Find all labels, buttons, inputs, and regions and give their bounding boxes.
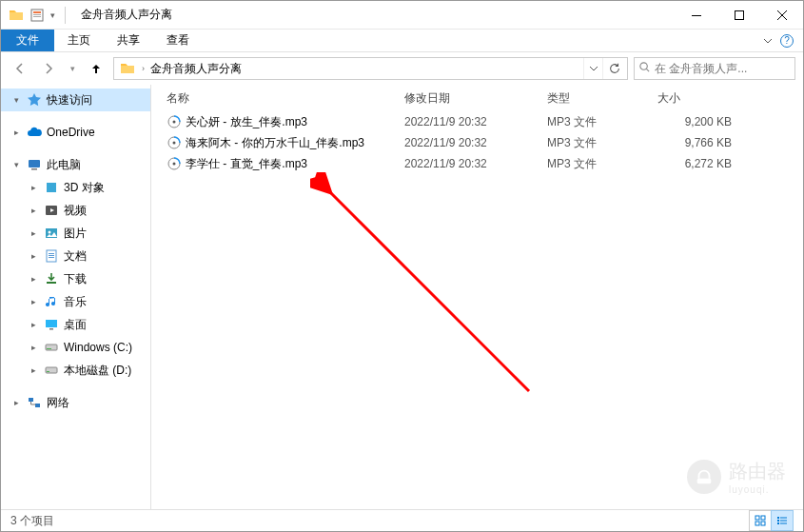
- file-row[interactable]: 海来阿木 - 你的万水千山_伴奏.mp32022/11/9 20:32MP3 文…: [151, 132, 803, 153]
- body: ▾ 快速访问 ▸ OneDrive ▾ 此电脑 ▸3D 对象▸视频▸图片▸文档▸…: [1, 85, 803, 509]
- tree-pc-item[interactable]: ▸Windows (C:): [1, 336, 150, 359]
- recent-dropdown[interactable]: ▾: [66, 57, 79, 80]
- star-icon: [26, 91, 43, 108]
- svg-rect-18: [46, 320, 57, 327]
- item-icon: [43, 179, 60, 196]
- item-icon: [43, 247, 60, 265]
- svg-rect-19: [49, 328, 53, 330]
- tree-network[interactable]: ▸ 网络: [1, 391, 150, 414]
- svg-rect-14: [49, 253, 54, 254]
- chevron-right-icon[interactable]: ▸: [28, 343, 39, 352]
- svg-rect-36: [777, 517, 779, 519]
- chevron-right-icon[interactable]: ▸: [28, 228, 39, 238]
- tree-label: 网络: [47, 395, 69, 411]
- tree-onedrive[interactable]: ▸ OneDrive: [1, 121, 150, 144]
- refresh-button[interactable]: [602, 58, 625, 79]
- forward-button[interactable]: [37, 57, 60, 80]
- file-size-cell: 9,766 KB: [652, 136, 747, 149]
- view-thumbnails-button[interactable]: [749, 510, 772, 531]
- tree-pc-item[interactable]: ▸图片: [1, 222, 150, 245]
- mp3-icon: [167, 156, 182, 171]
- help-icon[interactable]: ?: [780, 34, 794, 48]
- chevron-down-icon[interactable]: ▾: [10, 160, 22, 169]
- file-date-cell: 2022/11/9 20:32: [399, 136, 541, 149]
- tree-pc-item[interactable]: ▸视频: [1, 199, 150, 222]
- address-bar[interactable]: › 金舟音频人声分离: [113, 57, 628, 80]
- svg-rect-9: [47, 183, 56, 192]
- chevron-right-icon[interactable]: ▸: [10, 128, 22, 137]
- pc-icon: [26, 156, 43, 173]
- file-row[interactable]: 李学仕 - 直觉_伴奏.mp32022/11/9 20:32MP3 文件6,27…: [151, 153, 803, 174]
- up-button[interactable]: [85, 57, 108, 80]
- tree-label: 音乐: [64, 294, 87, 310]
- file-tab[interactable]: 文件: [1, 30, 54, 51]
- svg-rect-17: [47, 282, 56, 284]
- svg-rect-41: [780, 523, 787, 524]
- item-icon: [43, 316, 60, 333]
- network-icon: [26, 394, 43, 411]
- tree-pc-item[interactable]: ▸桌面: [1, 313, 150, 336]
- tree-pc-item[interactable]: ▸下载: [1, 267, 150, 290]
- back-button[interactable]: [9, 57, 31, 80]
- search-input[interactable]: [655, 62, 797, 75]
- view-details-button[interactable]: [771, 510, 794, 531]
- svg-rect-32: [755, 516, 759, 520]
- file-row[interactable]: 关心妍 - 放生_伴奏.mp32022/11/9 20:32MP3 文件9,20…: [151, 111, 803, 132]
- tree-label: 桌面: [64, 317, 87, 333]
- tab-home[interactable]: 主页: [54, 30, 104, 51]
- chevron-right-icon[interactable]: ▸: [28, 320, 39, 329]
- search-box[interactable]: [634, 57, 795, 80]
- svg-rect-25: [35, 404, 40, 407]
- file-list: 关心妍 - 放生_伴奏.mp32022/11/9 20:32MP3 文件9,20…: [151, 111, 803, 509]
- chevron-right-icon[interactable]: ▸: [28, 274, 39, 284]
- mp3-icon: [167, 135, 182, 150]
- properties-icon[interactable]: [29, 8, 45, 23]
- ribbon-expand-icon[interactable]: [763, 36, 773, 46]
- svg-rect-16: [49, 257, 54, 258]
- item-icon: [43, 225, 60, 242]
- item-icon: [43, 293, 60, 310]
- tree-pc-item[interactable]: ▸本地磁盘 (D:): [1, 359, 150, 382]
- titlebar: ▾ 金舟音频人声分离: [1, 1, 803, 30]
- qat-overflow-icon[interactable]: ▾: [50, 10, 55, 20]
- chevron-down-icon[interactable]: ▾: [10, 95, 22, 105]
- chevron-right-icon[interactable]: ▸: [28, 297, 39, 306]
- folder-icon: [118, 59, 137, 78]
- minimize-button[interactable]: [675, 1, 717, 29]
- tree-pc-item[interactable]: ▸文档: [1, 245, 150, 267]
- maximize-button[interactable]: [717, 1, 760, 29]
- file-name: 海来阿木 - 你的万水千山_伴奏.mp3: [186, 135, 364, 151]
- tree-label: 图片: [64, 226, 87, 242]
- tree-pc-item[interactable]: ▸音乐: [1, 290, 150, 313]
- item-icon: [43, 339, 60, 356]
- col-date[interactable]: 修改日期: [399, 85, 541, 111]
- tab-share[interactable]: 共享: [104, 30, 153, 51]
- svg-rect-37: [780, 518, 787, 519]
- file-type-cell: MP3 文件: [541, 114, 652, 130]
- col-size[interactable]: 大小: [652, 85, 747, 111]
- content-area: 名称 修改日期 类型 大小 关心妍 - 放生_伴奏.mp32022/11/9 2…: [151, 85, 803, 509]
- tab-view[interactable]: 查看: [153, 30, 203, 51]
- ribbon-right: ?: [763, 30, 803, 51]
- tree-label: 文档: [64, 248, 87, 265]
- chevron-right-icon[interactable]: ▸: [28, 183, 39, 192]
- tree-label: 3D 对象: [64, 180, 105, 196]
- chevron-right-icon[interactable]: ▸: [28, 365, 39, 375]
- svg-rect-2: [33, 14, 41, 15]
- breadcrumb-chevron[interactable]: ›: [139, 58, 147, 79]
- chevron-right-icon[interactable]: ▸: [28, 206, 39, 215]
- svg-rect-35: [761, 522, 765, 525]
- breadcrumb-segment[interactable]: 金舟音频人声分离: [147, 58, 245, 79]
- window-controls: [675, 1, 803, 29]
- col-type[interactable]: 类型: [541, 85, 652, 111]
- address-dropdown[interactable]: [583, 58, 602, 79]
- svg-rect-8: [31, 168, 37, 170]
- tree-quick-access[interactable]: ▾ 快速访问: [1, 89, 150, 111]
- chevron-right-icon[interactable]: ▸: [10, 398, 22, 407]
- file-type-cell: MP3 文件: [541, 156, 652, 172]
- col-name[interactable]: 名称: [161, 85, 399, 111]
- tree-pc-item[interactable]: ▸3D 对象: [1, 176, 150, 199]
- tree-this-pc[interactable]: ▾ 此电脑: [1, 153, 150, 176]
- chevron-right-icon[interactable]: ▸: [28, 251, 39, 261]
- close-button[interactable]: [760, 1, 803, 29]
